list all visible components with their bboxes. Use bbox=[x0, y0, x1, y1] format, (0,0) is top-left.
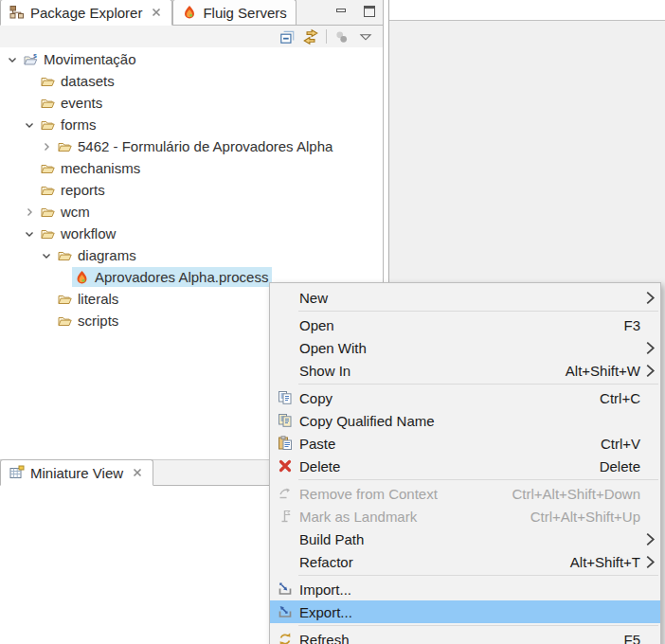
folder-icon bbox=[57, 139, 73, 154]
chevron-down-icon[interactable] bbox=[21, 226, 38, 242]
close-icon[interactable] bbox=[131, 466, 144, 479]
tree-item-diagrams[interactable]: diagrams bbox=[0, 244, 382, 266]
tree-item-label: datasets bbox=[61, 73, 115, 89]
tree-item-content: sMovimentação bbox=[21, 49, 140, 69]
folder-icon bbox=[40, 96, 56, 111]
tree-item-reports[interactable]: reports bbox=[0, 179, 382, 201]
chevron-right-icon[interactable] bbox=[38, 139, 55, 154]
menu-item-show-in[interactable]: Show InAlt+Shift+W bbox=[270, 359, 660, 382]
process-icon bbox=[74, 270, 90, 285]
menu-item-paste[interactable]: PasteCtrl+V bbox=[270, 432, 660, 455]
menu-separator bbox=[298, 384, 658, 385]
menu-item-copy-qualified-name[interactable]: Copy Qualified Name bbox=[270, 409, 660, 432]
tree-item-wcm[interactable]: wcm bbox=[0, 201, 382, 223]
panel-window-controls bbox=[333, 4, 377, 19]
menu-item-label: New bbox=[299, 290, 640, 306]
folder-icon bbox=[40, 117, 56, 133]
menu-item-label: Copy Qualified Name bbox=[299, 413, 640, 429]
menu-item-open-with[interactable]: Open With bbox=[270, 336, 660, 359]
tree-item-content: scripts bbox=[55, 311, 122, 331]
menu-item-label: Build Path bbox=[299, 531, 640, 547]
collapse-all-icon[interactable] bbox=[279, 28, 296, 45]
menu-item-shortcut: Alt+Shift+T bbox=[570, 554, 640, 570]
menu-item-open[interactable]: OpenF3 bbox=[270, 313, 660, 336]
tree-item-label: Movimentação bbox=[44, 51, 136, 67]
svg-text:s: s bbox=[33, 52, 37, 59]
menu-item-label: Remove from Context bbox=[299, 486, 512, 502]
tree-item-content: 5462 - Formulário de Aprovadores Alpha bbox=[55, 136, 336, 156]
export-icon bbox=[270, 604, 299, 619]
menu-item-label: Copy bbox=[299, 390, 600, 406]
tree-item-datasets[interactable]: datasets bbox=[0, 70, 382, 92]
remove-from-context-icon bbox=[270, 486, 299, 501]
menu-item-label: Paste bbox=[299, 436, 601, 452]
tab-fluig-servers-label: Fluig Servers bbox=[203, 5, 286, 21]
tree-item-label: reports bbox=[61, 182, 105, 198]
minimize-icon[interactable] bbox=[333, 4, 349, 19]
expander-spacer bbox=[21, 74, 38, 89]
expander-spacer bbox=[21, 183, 38, 198]
menu-item-copy[interactable]: CopyCtrl+C bbox=[270, 386, 660, 409]
tree-item-events[interactable]: events bbox=[0, 92, 382, 114]
tree-item-label: literals bbox=[78, 291, 118, 307]
tree-item-movimenta-o[interactable]: sMovimentação bbox=[0, 48, 382, 70]
tab-fluig-servers[interactable]: Fluig Servers bbox=[172, 0, 296, 25]
tree-item-label: diagrams bbox=[78, 247, 136, 263]
copy-icon bbox=[270, 390, 299, 405]
tree-item-5462-formul-rio-de-aprovadores-alpha[interactable]: 5462 - Formulário de Aprovadores Alpha bbox=[0, 135, 382, 157]
menu-item-delete[interactable]: DeleteDelete bbox=[270, 455, 660, 477]
tab-package-explorer-label: Package Explorer bbox=[30, 5, 142, 21]
menu-item-shortcut: Delete bbox=[600, 458, 640, 474]
menu-item-new[interactable]: New bbox=[270, 286, 660, 309]
menu-item-refactor[interactable]: RefactorAlt+Shift+T bbox=[270, 550, 660, 573]
tree-item-content: datasets bbox=[38, 71, 118, 91]
menu-item-shortcut: Ctrl+C bbox=[600, 390, 640, 406]
menu-item-label: Export... bbox=[299, 604, 640, 620]
view-menu-icon[interactable] bbox=[357, 28, 374, 45]
submenu-arrow-icon bbox=[640, 552, 660, 572]
project-icon: s bbox=[23, 52, 39, 67]
tree-item-mechanisms[interactable]: mechanisms bbox=[0, 157, 382, 179]
menu-item-mark-as-landmark: Mark as LandmarkCtrl+Alt+Shift+Up bbox=[270, 505, 660, 528]
tree-item-content: mechanisms bbox=[38, 158, 144, 178]
tree-item-workflow[interactable]: workflow bbox=[0, 223, 382, 244]
menu-item-export[interactable]: Export... bbox=[270, 600, 660, 623]
mark-as-landmark-icon bbox=[270, 509, 299, 524]
menu-separator bbox=[298, 575, 658, 576]
menu-item-label: Refresh bbox=[299, 632, 623, 644]
fluig-flame-icon bbox=[182, 5, 197, 20]
menu-item-label: Open With bbox=[299, 340, 640, 356]
folder-icon bbox=[40, 226, 56, 242]
tree-item-label: events bbox=[61, 95, 102, 111]
tab-miniature-view-label: Miniature View bbox=[30, 465, 123, 481]
chevron-down-icon[interactable] bbox=[4, 52, 21, 67]
menu-item-refresh[interactable]: RefreshF5 bbox=[270, 628, 660, 644]
tab-package-explorer[interactable]: Package Explorer bbox=[0, 0, 172, 26]
menu-item-build-path[interactable]: Build Path bbox=[270, 528, 660, 550]
menu-item-label: Delete bbox=[299, 458, 600, 474]
chevron-down-icon[interactable] bbox=[21, 117, 38, 133]
tree-item-content: literals bbox=[55, 289, 122, 309]
editor-tabstrip bbox=[389, 0, 665, 21]
toolbar-separator bbox=[326, 29, 327, 44]
tree-item-label: 5462 - Formulário de Aprovadores Alpha bbox=[78, 138, 332, 154]
tree-item-content: events bbox=[38, 93, 106, 113]
tab-miniature-view[interactable]: Miniature View bbox=[0, 459, 153, 486]
submenu-arrow-icon bbox=[640, 529, 660, 549]
tree-selection: Aprovadores Alpha.process bbox=[72, 267, 272, 287]
link-with-editor-icon[interactable] bbox=[302, 28, 319, 45]
menu-item-shortcut: F5 bbox=[623, 632, 640, 644]
close-icon[interactable] bbox=[150, 6, 163, 19]
tree-item-forms[interactable]: forms bbox=[0, 114, 382, 135]
expander-spacer bbox=[55, 270, 72, 285]
menu-item-import[interactable]: Import... bbox=[270, 578, 660, 600]
menu-item-shortcut: Ctrl+Alt+Shift+Up bbox=[530, 509, 640, 525]
expander-spacer bbox=[38, 292, 55, 307]
maximize-icon[interactable] bbox=[362, 4, 377, 19]
refresh-icon bbox=[270, 632, 299, 644]
chevron-down-icon[interactable] bbox=[38, 248, 55, 263]
menu-item-shortcut: Ctrl+V bbox=[601, 436, 640, 452]
paste-icon bbox=[270, 436, 299, 451]
chevron-right-icon[interactable] bbox=[21, 205, 38, 220]
delete-icon bbox=[270, 458, 299, 474]
